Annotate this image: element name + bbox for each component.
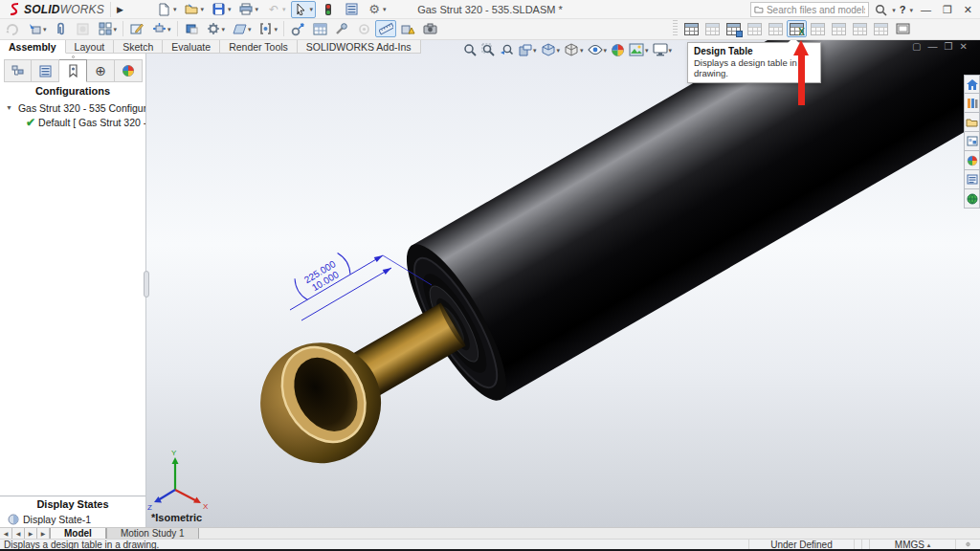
previous-view-button[interactable] <box>499 42 515 58</box>
expand-arrow-icon[interactable]: ▼ <box>6 104 12 111</box>
tree-row-root[interactable]: ▼ Gas Strut 320 - 535 Configuration(s) <box>0 100 145 115</box>
toolbar-grip[interactable] <box>673 20 678 37</box>
design-table-button[interactable]: X <box>787 20 807 37</box>
document-window-controls: ▢ — ❐ ✕ <box>912 41 968 52</box>
tab-evaluate[interactable]: Evaluate <box>163 40 220 54</box>
dimxpert-manager-tab[interactable]: ⊕ <box>87 59 115 82</box>
model-canvas[interactable]: 225.000 10.000 Y X Z *Isometric <box>146 40 980 527</box>
undo-button[interactable]: ↶ ▾ <box>263 1 289 18</box>
help-caret[interactable]: ▾ <box>909 7 913 13</box>
weldment-cutlist-button[interactable] <box>766 20 786 37</box>
search-box[interactable] <box>750 2 869 17</box>
nav-last-button[interactable]: ▶ <box>37 528 50 539</box>
file-explorer-tab[interactable] <box>964 113 980 132</box>
exploded-view-button[interactable] <box>287 20 308 37</box>
file-properties-button[interactable] <box>341 1 362 18</box>
view-settings-button[interactable]: ▾ <box>652 42 674 57</box>
restore-button[interactable]: ❐ <box>939 4 956 16</box>
mate-button[interactable] <box>51 20 72 37</box>
hole-table-button[interactable] <box>702 20 723 37</box>
toolbar-flyout-button[interactable]: ▶ <box>110 2 129 17</box>
edit-component-button[interactable] <box>2 20 23 37</box>
doc-pin-icon[interactable]: ▢ <box>912 41 921 52</box>
new-button[interactable]: ▾ <box>154 1 180 18</box>
tab-render-tools[interactable]: Render Tools <box>220 40 298 54</box>
doc-minimize-button[interactable]: — <box>927 41 937 52</box>
edit-appearance-button[interactable] <box>610 42 626 58</box>
save-button[interactable]: ▾ <box>209 1 234 18</box>
smart-fasteners-button[interactable] <box>331 20 352 37</box>
move-component-button[interactable]: ▾ <box>148 20 174 37</box>
assembly-features-button[interactable]: ▾ <box>203 20 229 37</box>
options-button[interactable]: ⚙ ▾ <box>364 1 390 18</box>
model-tab[interactable]: Model <box>50 528 106 539</box>
doc-restore-button[interactable]: ❐ <box>944 41 952 52</box>
show-hidden-components-button[interactable] <box>181 20 202 37</box>
insert-components-button[interactable]: ▾ <box>24 20 50 37</box>
apply-scene-button[interactable]: ▾ <box>628 42 650 57</box>
general-table-button[interactable] <box>681 20 702 37</box>
tab-sketch[interactable]: Sketch <box>114 40 163 54</box>
bom-table-button[interactable] <box>724 20 744 37</box>
bend-table-button[interactable] <box>850 20 870 37</box>
units-selector[interactable]: MMGS ▴ <box>869 540 955 549</box>
interference-detection-button[interactable] <box>397 20 418 37</box>
motion-study-tab[interactable]: Motion Study 1 <box>106 528 199 539</box>
zoom-to-area-button[interactable] <box>480 42 497 58</box>
doc-close-button[interactable]: ✕ <box>959 41 967 52</box>
configuration-manager-tab[interactable] <box>59 59 87 82</box>
instant3d-button[interactable] <box>375 20 396 37</box>
open-button[interactable]: ▾ <box>181 1 207 18</box>
view-orientation-button[interactable]: ▾ <box>540 42 562 58</box>
graphics-area[interactable]: 225.000 10.000 Y X Z *Isometric <box>146 40 980 527</box>
property-manager-tab[interactable] <box>32 59 59 82</box>
rebuild-button[interactable] <box>318 1 339 18</box>
tree-row-default-config[interactable]: ✔ Default [ Gas Strut 320 - 535 <box>0 115 145 129</box>
display-style-button[interactable]: ▾ <box>563 42 585 58</box>
tab-layout[interactable]: Layout <box>66 40 115 54</box>
search-icon[interactable] <box>873 2 888 17</box>
design-library-tab[interactable] <box>964 94 980 113</box>
linear-component-pattern-button[interactable]: ▾ <box>95 20 121 37</box>
section-view-button[interactable]: ▾ <box>517 42 538 58</box>
border-button[interactable] <box>892 20 913 37</box>
component-preview-button[interactable] <box>73 20 94 37</box>
search-caret[interactable]: ▾ <box>892 7 896 13</box>
nav-prev-button[interactable]: ◀ <box>12 528 25 539</box>
make-smart-component-button[interactable] <box>353 20 374 37</box>
tab-solidworks-add-ins[interactable]: SOLIDWORKS Add-Ins <box>298 40 421 54</box>
reference-geometry-button[interactable]: ▾ <box>229 20 255 37</box>
minimize-button[interactable]: — <box>917 4 935 15</box>
home-tab[interactable] <box>964 75 980 94</box>
new-motion-study-button[interactable]: ▾ <box>256 20 281 37</box>
zoom-to-fit-button[interactable] <box>462 42 479 58</box>
display-manager-tab[interactable] <box>115 59 143 82</box>
appearances-scenes-tab[interactable] <box>964 151 980 170</box>
feature-manager-tab[interactable] <box>4 59 32 82</box>
custom-properties-tab[interactable] <box>964 170 980 189</box>
bill-of-materials-button[interactable] <box>309 20 330 37</box>
tab-assembly[interactable]: Assembly <box>0 40 66 54</box>
status-tag-button[interactable] <box>955 540 980 549</box>
view-palette-tab[interactable] <box>964 132 980 151</box>
nav-next-button[interactable]: ▶ <box>25 528 37 539</box>
panel-splitter-handle[interactable] <box>144 271 149 298</box>
punch-table-button[interactable] <box>829 20 849 37</box>
help-button[interactable]: ? <box>900 4 906 15</box>
take-snapshot-button[interactable] <box>419 20 440 37</box>
display-manager-ball-icon <box>122 64 135 77</box>
print-button[interactable]: ▾ <box>235 1 261 18</box>
close-button[interactable]: ✕ <box>960 4 976 16</box>
title-block-table-button[interactable] <box>808 20 828 37</box>
display-state-row[interactable]: Display State-1 <box>0 512 145 527</box>
select-button[interactable]: ▾ <box>291 1 317 18</box>
weld-table-button[interactable] <box>871 20 891 37</box>
save-floppy-icon <box>212 2 227 17</box>
nav-first-button[interactable]: ◀ <box>0 528 12 539</box>
solidworks-resources-tab[interactable] <box>964 189 980 209</box>
edit-part-button[interactable] <box>126 20 147 37</box>
search-input[interactable] <box>767 5 865 15</box>
punch-table-icon <box>832 23 846 35</box>
revision-table-button[interactable] <box>745 20 765 37</box>
hide-show-items-button[interactable]: ▾ <box>587 43 609 56</box>
